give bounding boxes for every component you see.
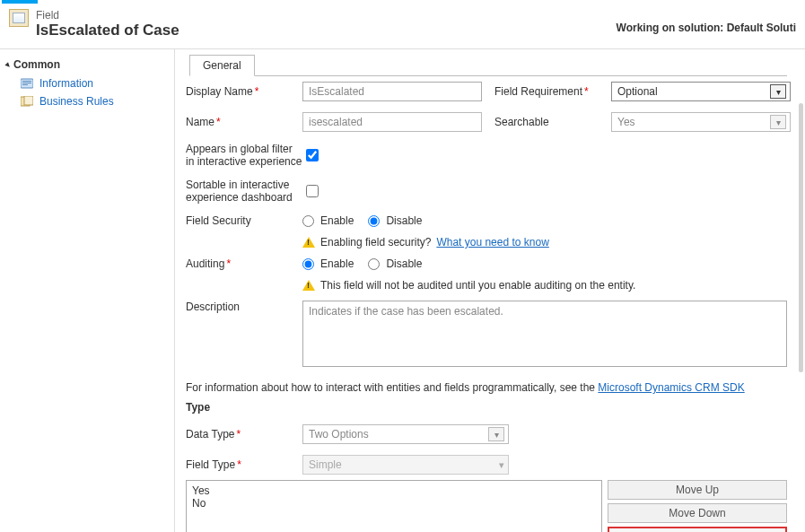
data-type-select: Two Options ▾	[302, 424, 509, 444]
options-list[interactable]: Yes No	[186, 480, 602, 532]
field-requirement-select[interactable]: Optional ▾	[611, 82, 791, 101]
type-section: Type	[186, 399, 787, 419]
global-filter-checkbox[interactable]	[306, 149, 319, 161]
sdk-link[interactable]: Microsoft Dynamics CRM SDK	[598, 381, 744, 394]
scrollbar[interactable]	[799, 103, 803, 372]
auditing-enable[interactable]: Enable	[302, 257, 354, 270]
edit-button[interactable]: Edit	[608, 527, 787, 532]
searchable-label: Searchable	[494, 116, 549, 128]
sidebar-item-business-rules[interactable]: Business Rules	[5, 92, 169, 110]
display-name-label: Display Name	[186, 85, 253, 98]
content: General Display Name* IsEscalated Field …	[175, 49, 805, 532]
rules-icon	[20, 95, 34, 108]
sidebar-item-label: Business Rules	[39, 95, 114, 108]
field-security-enable[interactable]: Enable	[302, 214, 354, 227]
field-type-label: Field Type	[186, 458, 235, 471]
chevron-down-icon: ▾	[770, 115, 786, 129]
chevron-down-icon: ▾	[499, 459, 504, 471]
tab-general[interactable]: General	[189, 55, 255, 76]
field-security-disable[interactable]: Disable	[368, 214, 422, 227]
sortable-label: Sortable in interactive experience dashb…	[186, 179, 302, 204]
option-item[interactable]: Yes	[192, 484, 596, 497]
info-icon	[20, 77, 34, 90]
field-requirement-label: Field Requirement	[494, 85, 582, 98]
data-type-label: Data Type	[186, 428, 234, 440]
auditing-label: Auditing	[186, 257, 224, 270]
sidebar-section-common[interactable]: Common	[5, 57, 169, 74]
sidebar: Common Information Business Rules	[0, 49, 175, 532]
description-textarea[interactable]: Indicates if the case has been escalated…	[302, 301, 787, 367]
warning-icon	[302, 280, 315, 291]
svg-rect-5	[24, 96, 33, 105]
name-input: isescalated	[302, 112, 482, 132]
display-name-input[interactable]: IsEscalated	[302, 82, 482, 101]
field-security-label: Field Security	[186, 214, 302, 227]
sidebar-item-information[interactable]: Information	[5, 74, 169, 92]
sortable-checkbox[interactable]	[306, 185, 319, 197]
auditing-disable[interactable]: Disable	[368, 257, 422, 270]
header: Field IsEscalated of Case Working on sol…	[0, 4, 805, 49]
sdk-info: For information about how to interact wi…	[186, 372, 787, 399]
header-kind: Field	[36, 9, 179, 22]
chevron-down-icon: ▾	[488, 427, 504, 441]
chevron-down-icon: ▾	[770, 84, 786, 99]
global-filter-label: Appears in global filter in interactive …	[186, 143, 302, 168]
header-title: IsEscalated of Case	[36, 22, 179, 39]
description-label: Description	[186, 301, 302, 313]
move-up-button[interactable]: Move Up	[608, 480, 787, 500]
searchable-select[interactable]: Yes ▾	[611, 112, 791, 132]
auditing-warning: This field will not be audited until you…	[320, 279, 635, 292]
field-type-select: Simple ▾	[302, 455, 509, 475]
name-label: Name	[186, 116, 214, 128]
svg-rect-2	[22, 83, 31, 83]
security-warning-link[interactable]: What you need to know	[436, 236, 548, 249]
solution-context: Working on solution: Default Soluti	[617, 9, 796, 34]
option-item[interactable]: No	[192, 497, 596, 510]
svg-rect-3	[22, 84, 28, 85]
warning-icon	[302, 237, 315, 248]
sidebar-item-label: Information	[39, 77, 93, 90]
svg-rect-1	[22, 81, 31, 82]
security-warning-text: Enabling field security?	[320, 236, 431, 249]
move-down-button[interactable]: Move Down	[608, 503, 787, 523]
entity-icon	[9, 9, 29, 27]
